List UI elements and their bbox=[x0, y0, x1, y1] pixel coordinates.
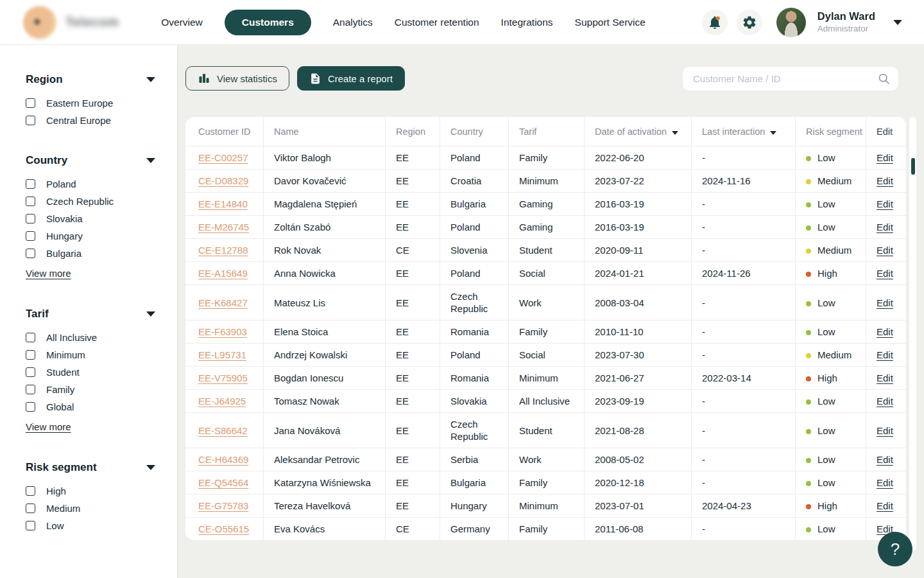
customer-id-link[interactable]: CE-D08329 bbox=[198, 175, 248, 186]
nav-item-overview[interactable]: Overview bbox=[161, 17, 203, 28]
filter-option-slovakia[interactable]: Slovakia bbox=[26, 213, 155, 224]
table-scrollbar[interactable] bbox=[909, 117, 916, 551]
settings-button[interactable] bbox=[737, 10, 762, 35]
customer-id-link[interactable]: EE-S86642 bbox=[198, 425, 248, 436]
view-more-link[interactable]: View more bbox=[26, 421, 71, 432]
checkbox-icon[interactable] bbox=[26, 385, 35, 394]
edit-link[interactable]: Edit bbox=[877, 500, 893, 511]
table-row: EE-J64925Tomasz NowakEESlovakiaAll Inclu… bbox=[185, 390, 906, 413]
customer-id-link[interactable]: EE-Q54564 bbox=[198, 477, 248, 488]
customer-id-link[interactable]: EE-V75905 bbox=[198, 372, 248, 383]
filter-option-low[interactable]: Low bbox=[26, 520, 155, 531]
edit-link[interactable]: Edit bbox=[877, 297, 893, 308]
filter-option-minimum[interactable]: Minimum bbox=[26, 349, 155, 360]
customer-id-link[interactable]: CE-E12788 bbox=[198, 245, 248, 256]
search-box bbox=[683, 67, 898, 91]
filter-option-eastern-europe[interactable]: Eastern Europe bbox=[26, 97, 155, 109]
table-scrollbar-thumb[interactable] bbox=[911, 158, 915, 175]
risk-dot-icon bbox=[806, 399, 811, 405]
edit-link[interactable]: Edit bbox=[877, 477, 893, 488]
checkbox-icon[interactable] bbox=[26, 504, 35, 513]
customer-id-link[interactable]: CE-O55615 bbox=[198, 523, 249, 534]
edit-link[interactable]: Edit bbox=[877, 198, 893, 209]
edit-link[interactable]: Edit bbox=[877, 245, 893, 256]
customer-id-link[interactable]: EE-E14840 bbox=[198, 198, 248, 209]
customer-id-link[interactable]: EE-K68427 bbox=[198, 297, 248, 308]
checkbox-icon[interactable] bbox=[26, 231, 35, 241]
view-statistics-button[interactable]: View statistics bbox=[185, 66, 289, 91]
cell-date-of-activation: 2023-07-01 bbox=[585, 495, 692, 518]
nav-item-customer-retention[interactable]: Customer retention bbox=[395, 17, 479, 28]
search-icon[interactable] bbox=[877, 72, 891, 85]
cell-date-of-activation: 2008-05-02 bbox=[585, 448, 692, 471]
filter-option-high[interactable]: High bbox=[26, 485, 155, 496]
user-menu-chevron-down-icon[interactable] bbox=[893, 20, 902, 25]
cell-customer-id: EE-G75783 bbox=[185, 495, 264, 518]
customer-id-link[interactable]: EE-G75783 bbox=[198, 500, 248, 511]
sort-icon[interactable] bbox=[770, 131, 776, 135]
customer-id-link[interactable]: EE-J64925 bbox=[198, 396, 246, 407]
filter-option-central-europe[interactable]: Central Europe bbox=[26, 114, 155, 126]
checkbox-icon[interactable] bbox=[26, 367, 35, 377]
checkbox-icon[interactable] bbox=[26, 402, 35, 412]
customers-table: Customer IDNameRegionCountryTarifDate of… bbox=[185, 117, 906, 540]
chevron-down-icon[interactable] bbox=[146, 465, 155, 470]
cell-country: Poland bbox=[440, 146, 509, 170]
table-row: EE-A15649Anna NowickaEEPolandSocial2024-… bbox=[185, 262, 906, 285]
filter-option-student[interactable]: Student bbox=[26, 366, 155, 378]
edit-link[interactable]: Edit bbox=[877, 372, 893, 383]
customer-id-link[interactable]: EE-A15649 bbox=[198, 268, 248, 279]
filter-option-poland[interactable]: Poland bbox=[26, 178, 155, 189]
chevron-down-icon[interactable] bbox=[146, 77, 155, 82]
view-more-link[interactable]: View more bbox=[26, 268, 71, 279]
nav-item-analytics[interactable]: Analytics bbox=[333, 17, 373, 28]
help-button[interactable]: ? bbox=[878, 532, 912, 566]
chevron-down-icon[interactable] bbox=[146, 311, 155, 317]
checkbox-icon[interactable] bbox=[26, 98, 35, 108]
nav-item-customers[interactable]: Customers bbox=[225, 10, 311, 35]
customer-id-link[interactable]: EE-L95731 bbox=[198, 349, 246, 360]
checkbox-icon[interactable] bbox=[26, 333, 35, 342]
nav-item-integrations[interactable]: Integrations bbox=[501, 17, 553, 28]
checkbox-icon[interactable] bbox=[26, 249, 35, 258]
app-logo[interactable]: Telecom bbox=[23, 6, 119, 39]
edit-link[interactable]: Edit bbox=[877, 425, 893, 436]
cell-customer-id: EE-E14840 bbox=[185, 193, 264, 216]
customer-id-link[interactable]: EE-M26745 bbox=[198, 222, 249, 232]
checkbox-icon[interactable] bbox=[26, 521, 35, 530]
notifications-button[interactable] bbox=[702, 10, 728, 35]
cell-tarif: Work bbox=[509, 448, 585, 471]
checkbox-icon[interactable] bbox=[26, 350, 35, 360]
sort-icon[interactable] bbox=[672, 131, 678, 135]
avatar[interactable] bbox=[776, 8, 806, 37]
filter-option-hungary[interactable]: Hungary bbox=[26, 230, 155, 241]
customer-id-link[interactable]: EE-C00257 bbox=[198, 152, 248, 163]
cell-edit: Edit bbox=[866, 239, 906, 262]
nav-item-support-service[interactable]: Support Service bbox=[575, 17, 646, 28]
edit-link[interactable]: Edit bbox=[877, 454, 893, 465]
chevron-down-icon[interactable] bbox=[146, 158, 155, 163]
checkbox-icon[interactable] bbox=[26, 116, 35, 125]
checkbox-icon[interactable] bbox=[26, 197, 35, 206]
filter-option-family[interactable]: Family bbox=[26, 383, 155, 395]
search-input[interactable] bbox=[683, 67, 898, 91]
checkbox-icon[interactable] bbox=[26, 214, 35, 223]
edit-link[interactable]: Edit bbox=[877, 175, 893, 186]
edit-link[interactable]: Edit bbox=[877, 326, 893, 337]
customer-id-link[interactable]: CE-H64369 bbox=[198, 454, 248, 465]
edit-link[interactable]: Edit bbox=[877, 396, 893, 407]
create-report-button[interactable]: Create a report bbox=[297, 66, 405, 91]
customer-id-link[interactable]: EE-F63903 bbox=[198, 326, 247, 337]
edit-link[interactable]: Edit bbox=[877, 222, 893, 232]
filter-section-region: RegionEastern EuropeCentral Europe bbox=[26, 73, 155, 126]
checkbox-icon[interactable] bbox=[26, 179, 35, 189]
checkbox-icon[interactable] bbox=[26, 486, 35, 496]
filter-option-global[interactable]: Global bbox=[26, 401, 155, 412]
edit-link[interactable]: Edit bbox=[877, 152, 893, 163]
filter-option-czech-republic[interactable]: Czech Republic bbox=[26, 195, 155, 207]
edit-link[interactable]: Edit bbox=[877, 268, 893, 279]
filter-option-all-inclusive[interactable]: All Inclusive bbox=[26, 331, 155, 343]
filter-option-bulgaria[interactable]: Bulgaria bbox=[26, 247, 155, 259]
filter-option-medium[interactable]: Medium bbox=[26, 502, 155, 514]
edit-link[interactable]: Edit bbox=[877, 349, 893, 360]
